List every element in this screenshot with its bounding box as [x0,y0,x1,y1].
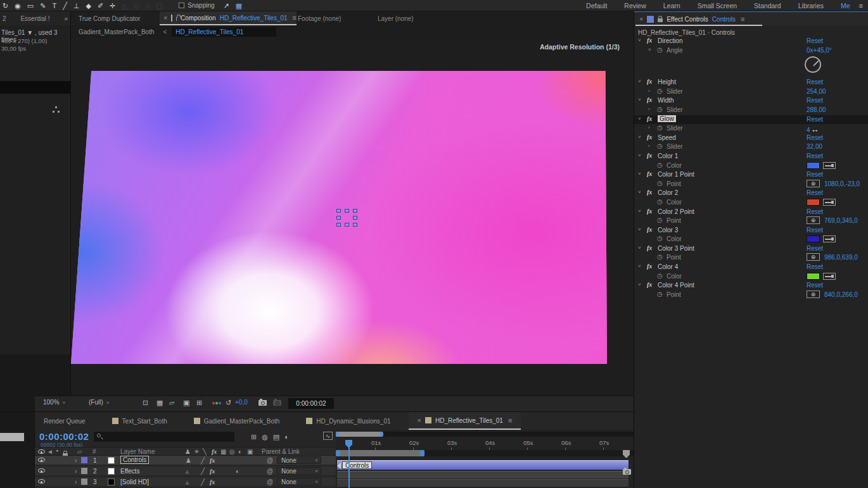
close-icon[interactable]: × [418,416,421,424]
preview-time-display[interactable]: 0:00:00:02 [288,398,334,409]
stopwatch-icon[interactable]: ◷ [657,142,663,149]
mask-visibility-icon[interactable]: ▱ [169,399,174,407]
adaptive-resolution-badge[interactable]: Adaptive Resolution (1/3) [540,43,620,51]
color-swatch[interactable] [807,199,820,206]
point-value[interactable]: 840,0,266,0 [824,291,858,298]
reset-link[interactable]: Reset [807,263,823,270]
reset-link[interactable]: Reset [807,116,823,123]
color-slider-icon[interactable] [823,162,836,169]
rotation-tool-icon[interactable]: ↻ [3,1,8,11]
stopwatch-icon[interactable]: ◷ [657,180,663,187]
panel-menu-icon[interactable]: ≡ [508,416,512,424]
stopwatch-icon[interactable]: ◷ [657,235,663,242]
workspace-tab-standard[interactable]: Standard [754,2,781,9]
layer-selection-handles[interactable] [336,209,358,227]
motion-blur-icon[interactable]: ◐ [284,433,289,441]
snapping-checkbox[interactable] [179,3,184,8]
workspace-tab-default[interactable]: Default [586,2,607,9]
layer-switch-header-icon[interactable]: ☀ [194,448,200,455]
effect-name[interactable]: Color 3 Point [658,245,694,252]
chevron-down-icon[interactable]: ˅ [638,78,641,84]
chevron-right-icon[interactable]: › [648,106,650,112]
true-comp-duplicator-tab[interactable]: True Comp Duplicator [71,11,161,25]
selection-handle[interactable] [336,209,341,213]
layer-in-handle[interactable] [337,463,341,469]
pickwhip-icon[interactable]: @ [267,457,273,464]
label-color-swatch[interactable] [81,468,87,474]
grid-options-icon[interactable]: ⊡ [143,399,148,407]
current-time-display[interactable]: 0:00:00:02 [39,431,89,442]
param-value[interactable]: 4 [807,127,810,134]
color-swatch[interactable] [807,235,820,242]
audio-icon[interactable]: ◄ [47,448,53,455]
stopwatch-icon[interactable]: ◷ [657,198,663,205]
show-channel-icon[interactable] [212,399,222,406]
collapse-switch[interactable]: ▵ [186,468,189,475]
panel-scrollbar[interactable] [0,433,24,441]
layer-switch-header-icon[interactable]: ▣ [247,448,253,455]
timeline-tab[interactable]: Render Queue [35,412,94,430]
adjustment-switch[interactable]: ◐ [236,468,239,475]
layer-row[interactable]: ›2Effects▵╱fx◐@None˅ [35,466,336,476]
selection-handle[interactable] [345,209,349,213]
timeline-search-input[interactable] [94,432,234,442]
brush-tool-icon[interactable]: ╱ [63,1,67,11]
timeline-tab[interactable]: Gadient_MasterPack_Both [185,412,289,430]
snapshot-icon[interactable] [258,400,267,406]
effect-name[interactable]: Color 3 [658,227,678,234]
workspace-tab-learn[interactable]: Learn [663,2,680,9]
lock-icon[interactable] [658,18,663,22]
stopwatch-icon[interactable]: ◷ [657,161,663,168]
effect-name[interactable]: Height [658,78,676,85]
chevron-right-icon[interactable]: › [648,125,650,130]
selection-handle[interactable] [353,216,357,220]
chevron-right-icon[interactable]: › [75,468,77,475]
param-value[interactable]: 32,00 [807,143,822,150]
effect-name[interactable]: Width [658,97,674,104]
effect-name[interactable]: Color 1 Point [658,171,694,178]
chevron-down-icon[interactable]: ˅ [638,134,641,140]
chevron-down-icon[interactable]: ˅ [638,189,641,195]
chevron-down-icon[interactable]: ˅ [638,208,641,214]
effect-name[interactable]: Direction [658,37,682,44]
chevron-down-icon[interactable]: ˅ [638,97,641,103]
panel-menu-icon[interactable]: ≡ [741,15,744,23]
point-value[interactable]: 769,0,345,0 [824,217,858,224]
workspace-tab-libraries[interactable]: Libraries [798,2,824,9]
effect-name[interactable]: Color 2 [658,189,678,196]
active-comp-name-box[interactable]: HD_Reflective_Tiles_01 [172,27,276,37]
visibility-eye-icon[interactable] [38,468,45,473]
parent-dropdown[interactable]: None˅ [277,456,321,464]
draft-3d-icon[interactable]: ◍ [262,433,268,441]
effect-name[interactable]: Color 2 Point [658,208,694,215]
stopwatch-icon[interactable]: ◷ [657,291,663,297]
workspace-tab-review[interactable]: Review [624,2,646,9]
eraser-tool-icon[interactable]: ◆ [86,1,91,11]
stopwatch-icon[interactable]: ◷ [657,87,663,94]
pickwhip-icon[interactable]: @ [267,479,273,485]
close-icon[interactable]: × [639,15,643,23]
workspace-tab-me[interactable]: Me [841,2,850,9]
quality-switch[interactable]: ╱ [201,468,205,475]
eye-icon[interactable] [38,449,45,454]
timeline-tab[interactable]: HD_Dynamic_Illusions_01 [297,412,399,430]
stopwatch-icon[interactable]: ◷ [657,106,663,113]
point-crosshair-icon[interactable]: ⊕ [807,216,820,224]
layer-name[interactable]: [Solid HD] [120,479,149,485]
layer-row[interactable]: ›3[Solid HD]▵╱fx@None˅ [35,477,336,487]
layer-switch-header-icon[interactable]: ◐ [238,448,242,455]
timeline-navigator-bar[interactable] [336,432,383,437]
timeline-tab[interactable]: ×HD_Reflective_Tiles_01≡ [409,412,521,430]
reset-exposure-icon[interactable]: ↺ [226,399,231,407]
parent-dropdown[interactable]: None˅ [277,478,321,485]
pickwhip-icon[interactable]: @ [267,468,273,475]
layer-switch-header-icon[interactable]: ◎ [229,448,235,455]
composition-canvas[interactable] [71,71,607,364]
color-slider-icon[interactable] [823,273,836,280]
selection-handle[interactable] [336,223,341,227]
lock-icon[interactable] [176,17,177,21]
snapping-toggle[interactable]: Snapping [179,2,214,9]
selection-handle[interactable] [353,209,357,213]
resolution-dropdown[interactable]: (Full)˅ [89,399,109,406]
reset-link[interactable]: Reset [807,171,823,178]
